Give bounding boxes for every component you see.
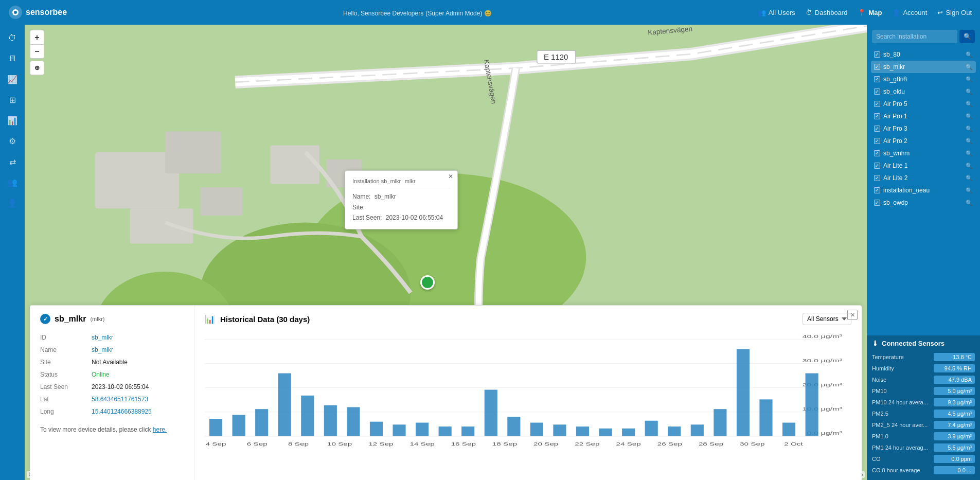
tooltip-name: Name: sb_mlkr [352, 191, 450, 202]
info-rows: IDsb_mlkrNamesb_mlkrSiteNot AvailableSta… [40, 331, 184, 418]
compass-button[interactable]: ⊕ [30, 61, 44, 75]
chart-svg: 40.0 μg/m³ 30.0 μg/m³ 20.0 μg/m³ 10.0 μg… [205, 331, 851, 450]
install-name: sb_mlkr [883, 63, 963, 70]
install-name: installation_ueau [883, 187, 963, 194]
install-search-icon[interactable]: 🔍 [966, 150, 973, 157]
info-row: Last Seen2023-10-02 06:55:04 [40, 381, 184, 393]
install-item[interactable]: sb_oldu🔍 [871, 85, 976, 98]
sidebar-icon-8[interactable]: 👤 [3, 193, 22, 212]
install-search-icon[interactable]: 🔍 [966, 101, 973, 108]
zoom-out-button[interactable]: − [30, 44, 44, 59]
chart-title: Historical Data (30 days) [220, 315, 797, 324]
panel-close-button[interactable]: ✕ [847, 310, 858, 320]
zoom-in-button[interactable]: + [30, 30, 44, 44]
sensor-row: CO 8 hour average0.0 ... [872, 465, 975, 476]
install-item[interactable]: installation_ueau🔍 [871, 184, 976, 197]
info-row: Long15.440124666388925 [40, 405, 184, 418]
svg-text:28 Sep: 28 Sep [699, 441, 723, 447]
install-checkbox [874, 163, 880, 169]
install-search-icon[interactable]: 🔍 [966, 175, 973, 182]
chart-bar [439, 426, 452, 436]
tooltip-title: Installation sb_mlkr mlkr [352, 177, 450, 188]
install-search-icon[interactable]: 🔍 [966, 163, 973, 169]
install-search-icon[interactable]: 🔍 [966, 187, 973, 194]
svg-rect-7 [200, 187, 242, 216]
svg-text:40.0 μg/m³: 40.0 μg/m³ [802, 333, 842, 339]
detail-panel: ✕ ✓ sb_mlkr (mlkr) IDsb_mlkrNamesb_mlkrS… [30, 305, 862, 480]
chart-header: 📊 Historical Data (30 days) All Sensors [205, 313, 851, 325]
tooltip-close-button[interactable]: ✕ [448, 173, 453, 180]
install-search-icon[interactable]: 🔍 [966, 76, 973, 83]
sidebar-icon-0[interactable]: ⏱ [3, 29, 22, 47]
sidebar-icon-5[interactable]: ⚙ [3, 132, 22, 150]
sidebar-icon-6[interactable]: ⇄ [3, 152, 22, 171]
nav-dashboard[interactable]: ⏱ Dashboard [806, 9, 848, 16]
nav-account[interactable]: 👤 Account [892, 9, 927, 16]
sidebar-icon-7[interactable]: 👥 [3, 173, 22, 191]
install-item[interactable]: Air Lite 2🔍 [871, 172, 976, 184]
sidebar-icon-4[interactable]: 📊 [3, 111, 22, 130]
install-name: Air Pro 3 [883, 125, 963, 132]
map-marker[interactable] [420, 275, 435, 290]
svg-text:E 1120: E 1120 [544, 52, 568, 61]
chart-section: 📊 Historical Data (30 days) All Sensors … [194, 306, 862, 480]
install-name: Air Lite 2 [883, 174, 963, 182]
install-item[interactable]: Air Lite 1🔍 [871, 159, 976, 172]
right-sidebar: 🔍 sb_80🔍sb_mlkr🔍sb_g8n8🔍sb_oldu🔍Air Pro … [867, 25, 980, 480]
chart-bar [737, 349, 750, 436]
sidebar-icon-2[interactable]: 📈 [3, 70, 22, 88]
install-checkbox [874, 200, 880, 206]
chart-bar [255, 409, 268, 436]
chart-bar [393, 424, 405, 436]
install-item[interactable]: Air Pro 1🔍 [871, 110, 976, 122]
nav-all-users[interactable]: 👥 All Users [758, 9, 795, 16]
sensor-row: CO0.0 ppm [872, 453, 975, 465]
verify-icon: ✓ [40, 314, 50, 324]
install-search-icon[interactable]: 🔍 [966, 138, 973, 145]
logo[interactable]: sensorbee [8, 5, 67, 20]
install-search-icon[interactable]: 🔍 [966, 113, 973, 120]
install-name: Air Lite 1 [883, 162, 963, 169]
install-item[interactable]: Air Pro 2🔍 [871, 135, 976, 147]
map-controls: + − ⊕ [30, 30, 44, 75]
install-item[interactable]: Air Pro 3🔍 [871, 122, 976, 135]
install-search-icon[interactable]: 🔍 [966, 126, 973, 132]
sensor-row: PM10 24 hour avera...9.3 μg/m³ [872, 397, 975, 408]
install-checkbox [874, 64, 880, 70]
install-search-icon[interactable]: 🔍 [966, 88, 973, 95]
svg-text:10 Sep: 10 Sep [327, 441, 352, 447]
install-item[interactable]: sb_owdp🔍 [871, 197, 976, 209]
svg-text:24 Sep: 24 Sep [616, 441, 640, 447]
chart-bar [209, 419, 222, 436]
nav-map[interactable]: 📍 Map [858, 9, 882, 16]
tooltip-site: Site: [352, 202, 450, 212]
chart-bar [691, 424, 704, 436]
sidebar-icon-1[interactable]: 🖥 [3, 49, 22, 68]
install-item[interactable]: sb_80🔍 [871, 48, 976, 61]
install-item[interactable]: sb_g8n8🔍 [871, 73, 976, 85]
chart-icon: 📊 [205, 314, 215, 324]
sensor-filter-select[interactable]: All Sensors [803, 313, 851, 325]
logo-text: sensorbee [26, 8, 67, 17]
install-checkbox [874, 175, 880, 181]
svg-text:2 Oct: 2 Oct [784, 441, 803, 447]
nav-sign-out[interactable]: ↩ Sign Out [937, 9, 972, 16]
install-search-icon[interactable]: 🔍 [966, 64, 973, 70]
install-item[interactable]: Air Pro 5🔍 [871, 98, 976, 110]
footer-link[interactable]: here. [153, 426, 167, 433]
map-area[interactable]: E 1120 Kaptensvägen Kaptensvägen + − ⊕ ✕ [25, 25, 867, 480]
install-item[interactable]: sb_wnhm🔍 [871, 147, 976, 159]
sensor-row: PM1 24 hour averag...5.5 μg/m³ [872, 442, 975, 453]
installation-list: sb_80🔍sb_mlkr🔍sb_g8n8🔍sb_oldu🔍Air Pro 5🔍… [867, 48, 980, 335]
search-button[interactable]: 🔍 [959, 30, 975, 43]
chart-bar [416, 423, 429, 436]
sidebar-icon-3[interactable]: ⊞ [3, 91, 22, 109]
tooltip-last-seen: Last Seen: 2023-10-02 06:55:04 [352, 212, 450, 223]
install-name: Air Pro 1 [883, 113, 963, 120]
install-search-icon[interactable]: 🔍 [966, 200, 973, 206]
install-checkbox [874, 88, 880, 95]
install-item[interactable]: sb_mlkr🔍 [871, 61, 976, 73]
search-input[interactable] [872, 30, 957, 43]
install-checkbox [874, 187, 880, 193]
install-search-icon[interactable]: 🔍 [966, 51, 973, 58]
